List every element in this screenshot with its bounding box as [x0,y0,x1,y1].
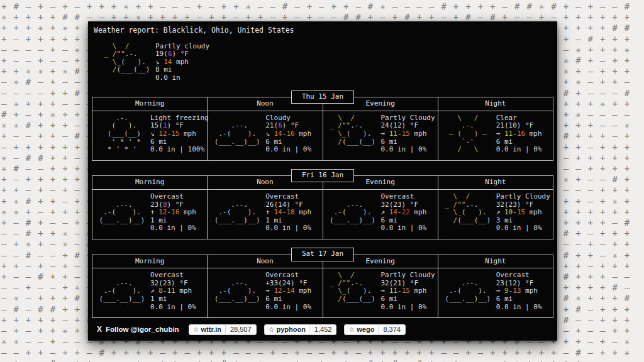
forecast-day-section: Thu 15 JanMorningNoonEveningNight .-. ( … [92,90,553,161]
forecast-cell: \ / _ /"".-. \_( ). /(___(__) Partly Clo… [323,111,438,160]
weather-detail-line: 0.0 in | 0% [496,224,552,233]
github-star-badge-wego[interactable]: ☆wego8,374 [344,324,406,335]
weather-details: Partly Cloudy32(21) °F→ 11-15 mph6 mi0.0… [381,272,436,314]
weather-detail-line: 0.0 in | 0% [265,146,321,154]
weather-icon: \ / _ /"".-. \_( ). /(___(__) [441,193,496,236]
weather-detail-line: 0.0 in | 0% [150,224,206,233]
weather-detail-line: 0.0 in | 0% [381,224,436,233]
github-star-badge-pyphoon[interactable]: ☆pyphoon1,452 [264,324,337,335]
badge-name: pyphoon [276,325,309,334]
badge-name: wego [357,325,378,334]
weather-report-title: Weather report: Blacklick, Ohio, United … [88,21,557,35]
forecast-cell: \ / _ /"".-. \_( ). /(___(__) Partly Clo… [323,268,438,318]
weather-icon: .--. .-( ). (___.__)__) [210,193,265,236]
day-label: Fri 16 Jan [291,169,354,183]
forecast-day-section: Sat 17 JanMorningNoonEveningNight .--. .… [92,248,553,318]
weather-detail-line: 0.0 in [155,74,209,82]
weather-icon: .--. .-( ). (___.__)__) [326,193,381,236]
weather-icon: \ / _ /"".-. \_( ). /(___(__) [326,272,381,314]
forecast-day-section: Fri 16 JanMorningNoonEveningNight .--. .… [92,169,553,239]
weather-detail-line: 0.0 in | 0% [496,304,552,312]
forecast-cell: \ / .-. ― ( ) ― `-' / \Clear21(10) °F→ 1… [438,111,553,160]
weather-detail-line: 0.0 in | 0% [381,304,436,312]
weather-detail-line: 0.0 in | 0% [150,304,206,312]
forecast-cell: .-. ( ). (___(__) ‘ * ‘ * * ‘ * ‘Light f… [92,111,208,160]
forecast-cell: .--. .-( ). (___.__)__) Overcast23(8) °F… [92,189,208,239]
weather-icon: .--. .-( ). (___.__)__) [210,114,265,157]
current-weather-details: Partly cloudy19(6) °F↘ 14 mph8 mi0.0 in [155,43,209,82]
weather-details: Clear21(10) °F→ 11-16 mph6 mi0.0 in | 0% [496,114,552,157]
weather-icon: \ / .-. ― ( ) ― `-' / \ [441,114,496,157]
weather-details: Overcast+33(24) °F→ 12-14 mph6 mi0.0 in … [265,272,321,314]
weather-icon: .--. .-( ). (___.__)__) [210,272,265,314]
badge-count: 1,452 [309,325,336,334]
weather-icon: .--. .-( ). (___.__)__) [95,193,150,236]
forecast-table: MorningNoonEveningNight .--. .-( ). (___… [92,175,553,239]
forecast-cell: \ / _ /"".-. \_( ). /(___(__) Partly Clo… [438,189,553,239]
star-icon: ☆ [265,325,277,334]
weather-detail-line: 0.0 in | 0% [265,224,321,233]
forecast-cell: .--. .-( ). (___.__)__) Overcast26(14) °… [208,189,323,239]
forecast-cell: .--. .-( ). (___.__)__) Overcast+33(24) … [208,268,323,318]
weather-details: Overcast32(23) °F↗ 8-11 mph1 mi0.0 in | … [150,272,206,314]
footer-bar: X Follow @igor_chubin ☆wttr.in28,507☆pyp… [94,324,552,335]
weather-icon: .--. .-( ). (___.__)__) [441,272,496,314]
forecast-table: MorningNoonEveningNight .-. ( ). (___(__… [92,97,553,161]
weather-detail-line: 0.0 in | 0% [381,146,436,154]
terminal-window: Weather report: Blacklick, Ohio, United … [88,21,557,341]
badge-count: 8,374 [378,325,405,334]
forecast-days: Thu 15 JanMorningNoonEveningNight .-. ( … [88,90,557,319]
follow-label: Follow @igor_chubin [106,326,179,334]
github-badges: ☆wttr.in28,507☆pyphoon1,452☆wego8,374 [189,324,406,335]
day-label: Thu 15 Jan [291,90,354,104]
forecast-cell: .--. .-( ). (___.__)__) Overcast32(23) °… [323,189,438,239]
weather-icon: \ / _ /"".-. \_( ). /(___(__) [326,114,381,157]
forecast-table: MorningNoonEveningNight .--. .-( ). (___… [92,255,553,319]
x-logo-icon: X [97,326,102,334]
weather-icon: .-. ( ). (___(__) ‘ * ‘ * * ‘ * ‘ [95,114,150,157]
weather-detail-line: 0.0 in | 0% [496,146,552,154]
forecast-cell: .--. .-( ). (___.__)__) Overcast32(23) °… [92,268,208,318]
badge-name: wttr.in [201,325,225,334]
weather-details: Partly Cloudy32(23) °F↗ 10-15 mph3 mi0.0… [496,193,552,236]
star-icon: ☆ [345,325,357,334]
weather-icon: .--. .-( ). (___.__)__) [95,272,150,314]
forecast-cell: .--. .-( ). (___.__)__) Overcast23(12) °… [438,268,553,318]
weather-details: Overcast23(12) °F→ 9-13 mph6 mi0.0 in | … [496,272,552,314]
github-star-badge-wttr.in[interactable]: ☆wttr.in28,507 [189,324,257,335]
current-conditions: \ / _ /"".-. \_( ). /(___(__) Partly clo… [100,43,557,82]
weather-detail-line: 0.0 in | 100% [150,146,206,154]
weather-details: Overcast32(23) °F↗ 14-22 mph6 mi0.0 in |… [381,193,436,236]
weather-details: Overcast26(14) °F↑ 14-18 mph1 mi0.0 in |… [265,193,321,236]
day-label: Sat 17 Jan [291,248,354,261]
current-weather-icon: \ / _ /"".-. \_( ). /(___(__) [100,43,155,82]
star-icon: ☆ [189,325,201,334]
weather-details: Overcast23(8) °F↑ 12-16 mph1 mi0.0 in | … [150,193,206,236]
weather-details: Light freezing15(1) °F↘ 12-15 mph6 mi0.0… [150,114,206,157]
weather-details: Cloudy21(6) °F↘ 14-16 mph6 mi0.0 in | 0% [265,114,321,157]
weather-detail-line: 0.0 in | 0% [265,304,321,312]
follow-button[interactable]: X Follow @igor_chubin [94,324,182,335]
badge-count: 28,507 [225,325,256,334]
weather-details: Partly Cloudy24(12) °F→ 11-15 mph6 mi0.0… [381,114,436,157]
forecast-cell: .--. .-( ). (___.__)__) Cloudy21(6) °F↘ … [208,111,323,160]
